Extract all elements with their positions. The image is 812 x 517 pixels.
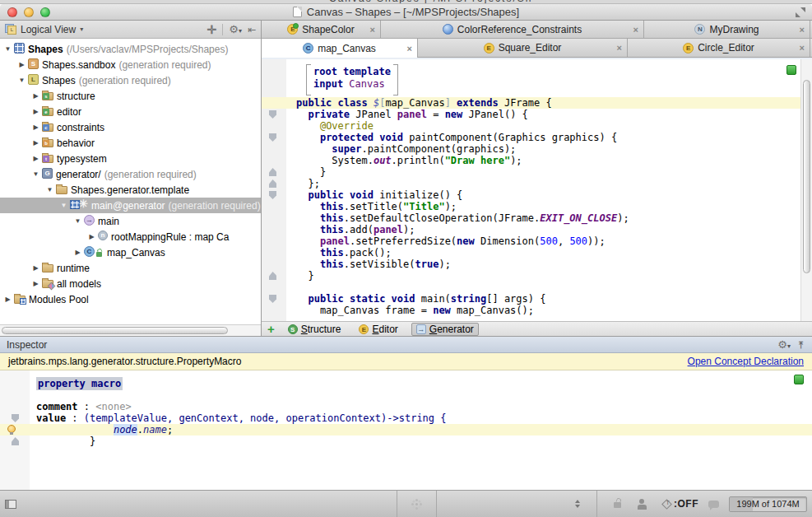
fold-close-marker-icon[interactable] <box>269 168 276 176</box>
tree-row[interactable]: ▼Shapes (generation required) <box>0 72 261 88</box>
add-aspect-button[interactable]: + <box>267 324 275 335</box>
resize-icon[interactable] <box>796 7 805 17</box>
hector-inspection-icon[interactable] <box>638 499 647 510</box>
editor-tab-colorreference_constraints[interactable]: ColorReference_Constraints× <box>381 21 644 38</box>
hide-panel-icon[interactable]: ⇤ <box>248 24 256 35</box>
folder-t-icon <box>42 152 53 165</box>
tree-row[interactable]: ▶Modules Pool <box>0 291 261 307</box>
collapse-arrow-icon[interactable]: ▼ <box>3 45 12 53</box>
dock-down-icon[interactable]: ⇤ <box>796 340 807 348</box>
inspector-code-line: node.name; <box>0 424 812 435</box>
code-lines[interactable]: root templateinput Canvaspublic class $[… <box>262 59 800 321</box>
aspect-tab-editor[interactable]: Editor <box>354 323 402 336</box>
tree-row[interactable]: ▶editor <box>0 104 261 119</box>
close-icon[interactable]: × <box>370 25 375 35</box>
scrollbar-thumb[interactable] <box>2 327 228 334</box>
collapse-arrow-icon[interactable]: ▼ <box>17 77 26 84</box>
typesystem-toggle-icon[interactable] <box>661 499 672 510</box>
collapse-arrow-icon[interactable]: ▼ <box>73 217 82 225</box>
collapse-arrow-icon[interactable]: ▼ <box>31 170 40 178</box>
inspector-panel: Inspector ⚙▾ ⇤ jetbrains.mps.lang.genera… <box>0 336 812 490</box>
gear-icon[interactable]: ⚙▾ <box>229 23 242 35</box>
expand-arrow-icon[interactable]: ▶ <box>73 249 82 256</box>
tree-row[interactable]: ▶rootMappingRule : map Ca <box>0 229 261 245</box>
editor-tab-square_editor[interactable]: Square_Editor× <box>418 39 628 57</box>
tree-item-suffix: (generation required) <box>104 169 197 180</box>
collapse-arrow-icon[interactable]: ▼ <box>45 186 54 193</box>
collapse-arrow-icon[interactable]: ▼ <box>59 202 68 209</box>
inspector-editor[interactable]: property macrocomment : <none>value : (t… <box>0 370 812 490</box>
expand-arrow-icon[interactable]: ▶ <box>31 92 40 100</box>
editor-code-line: protected void paintComponent(Graphics g… <box>262 132 800 143</box>
close-icon[interactable]: × <box>800 25 805 35</box>
expand-arrow-icon[interactable]: ▶ <box>31 123 40 131</box>
expand-arrow-icon[interactable]: ▶ <box>31 108 40 115</box>
editor-tab-mydrawing[interactable]: MyDrawing× <box>644 21 810 38</box>
expand-arrow-icon[interactable]: ▶ <box>31 139 40 147</box>
tree-row[interactable]: ▶Shapes.sandbox (generation required) <box>0 57 261 72</box>
line-position-stepper-icon[interactable] <box>575 500 580 508</box>
inspector-lines[interactable]: property macrocomment : <none>value : (t… <box>0 370 812 490</box>
tree-item-label: structure <box>57 91 95 102</box>
fold-open-marker-icon[interactable] <box>12 414 19 422</box>
fold-close-marker-icon[interactable] <box>12 437 19 445</box>
fold-open-marker-icon[interactable] <box>269 295 276 303</box>
expand-arrow-icon[interactable]: ▶ <box>87 233 96 240</box>
fold-open-marker-icon[interactable] <box>269 191 276 199</box>
scrollbar-thumb[interactable] <box>803 80 810 273</box>
fold-close-marker-icon[interactable] <box>269 272 276 280</box>
readonly-lock-icon[interactable] <box>614 502 621 508</box>
expand-arrow-icon[interactable]: ▶ <box>31 280 40 287</box>
tree-row[interactable]: ▼Shapes (/Users/vaclav/MPSProjects/Shape… <box>0 41 261 57</box>
chevron-down-icon: ▾ <box>80 26 83 33</box>
close-icon[interactable]: × <box>633 25 638 35</box>
close-icon[interactable]: × <box>617 43 622 53</box>
tree-horizontal-scrollbar[interactable] <box>0 324 261 336</box>
title-bar[interactable]: Canvas – Shapes – [~/MPSProjects/Shapes] <box>0 4 812 21</box>
toggle-toolwindows-icon[interactable] <box>5 500 16 509</box>
tree-row[interactable]: ▶structure <box>0 88 261 104</box>
fold-open-marker-icon[interactable] <box>269 133 276 142</box>
gear-icon[interactable]: ⚙▾ <box>777 338 791 351</box>
tree-row[interactable]: ▶runtime <box>0 260 261 276</box>
editor-tab-map_canvas[interactable]: map_Canvas× <box>262 39 418 58</box>
expand-arrow-icon[interactable]: ▶ <box>17 61 26 68</box>
tree-row[interactable]: ▶typesystem <box>0 151 261 166</box>
editor-code-line: this.setVisible(true); <box>262 258 800 270</box>
tree-row[interactable]: ▼✳main@generator (generation required) <box>0 198 261 213</box>
tree-row[interactable]: ▶behavior <box>0 135 261 151</box>
logical-view-icon <box>5 24 16 35</box>
error-indicator-green <box>794 375 804 384</box>
tree-item-label: generator/ <box>56 169 101 180</box>
expand-arrow-icon[interactable]: ▶ <box>31 264 40 272</box>
aspect-tab-structure[interactable]: Structure <box>283 323 346 336</box>
editor-tab-shapecolor[interactable]: ShapeColor× <box>262 21 381 38</box>
fold-close-marker-icon[interactable] <box>269 179 276 188</box>
tree-row[interactable]: ▼generator/ (generation required) <box>0 166 261 182</box>
editor-tab-circle_editor[interactable]: Circle_Editor× <box>628 39 810 57</box>
view-selector-dropdown[interactable]: Logical View ▾ <box>5 24 83 35</box>
intention-bulb-icon[interactable] <box>7 425 16 433</box>
expand-arrow-icon[interactable]: ▶ <box>31 155 40 162</box>
fold-open-marker-icon[interactable] <box>269 110 276 119</box>
editor-code-line: this.setTitle("Title"); <box>262 201 800 212</box>
aspect-tab-generator[interactable]: Generator <box>411 323 479 336</box>
folder-c-icon <box>42 121 53 134</box>
editor-vertical-scrollbar[interactable] <box>800 59 812 321</box>
tree-row[interactable]: ▶Cmap_Canvas <box>0 245 261 260</box>
tree-row[interactable]: ▼Shapes.generator.template <box>0 182 261 198</box>
memory-indicator[interactable]: 199M of 1074M <box>729 496 807 512</box>
notifications-bubble-icon[interactable] <box>708 501 719 508</box>
tree-row[interactable]: ▶constraints <box>0 119 261 135</box>
editor-code-line: } <box>262 270 800 282</box>
editor-code-line: this.pack(); <box>262 247 800 258</box>
tree-row[interactable]: ▼main <box>0 213 261 229</box>
tree-item-suffix: (generation required) <box>118 59 211 71</box>
collapse-all-icon[interactable]: ✛ <box>207 26 217 34</box>
expand-arrow-icon[interactable]: ▶ <box>3 296 12 303</box>
open-concept-declaration-link[interactable]: Open Concept Declaration <box>688 356 804 367</box>
close-icon[interactable]: × <box>407 44 412 54</box>
code-editor[interactable]: root templateinput Canvaspublic class $[… <box>262 59 812 321</box>
tree-row[interactable]: ▶all models <box>0 276 261 291</box>
close-icon[interactable]: × <box>800 43 805 53</box>
